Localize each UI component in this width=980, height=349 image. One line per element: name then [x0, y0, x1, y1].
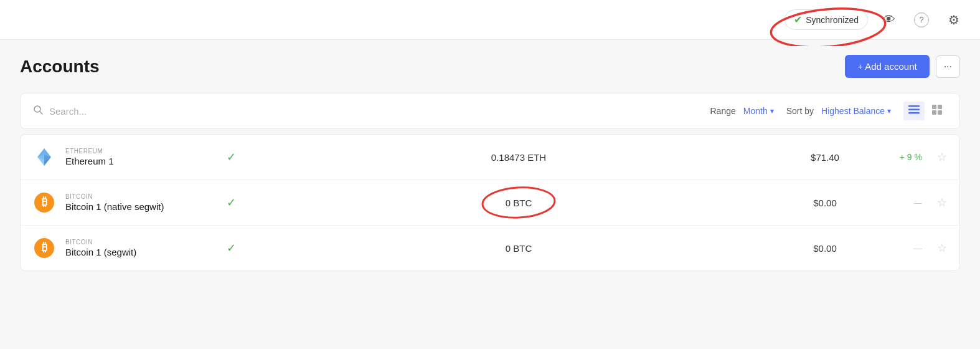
svg-text:₿: ₿ [42, 196, 47, 208]
balance-fiat: $0.00 [788, 243, 862, 254]
page-container: Accounts + Add account ··· Range Month ▾ [0, 40, 980, 286]
balance-crypto: 0 BTC [260, 198, 778, 208]
svg-rect-5 [908, 112, 920, 114]
sort-filter[interactable]: Sort by Highest Balance ▾ [786, 106, 891, 116]
search-icon [33, 105, 43, 117]
settings-button[interactable]: ⚙ [943, 9, 965, 31]
sync-check: ✓ [212, 241, 250, 255]
sync-icon: ✔ [794, 14, 802, 26]
grid-view-icon [932, 106, 942, 117]
svg-rect-8 [932, 110, 936, 115]
balance-crypto: 0.18473 ETH [260, 152, 778, 163]
balance-crypto: 0 BTC [260, 243, 778, 254]
add-account-button[interactable]: + Add account [845, 55, 930, 78]
account-info: ETHEREUM Ethereum 1 [65, 148, 202, 166]
account-type: BITCOIN [65, 193, 202, 200]
sort-value: Highest Balance [821, 106, 885, 116]
toolbar-right: Range Month ▾ Sort by Highest Balance ▾ [710, 101, 948, 121]
svg-line-2 [40, 112, 42, 114]
sort-label: Sort by [786, 106, 814, 116]
sync-check: ✓ [212, 150, 250, 164]
table-row[interactable]: ETHEREUM Ethereum 1 ✓ 0.18473 ETH $71.40… [21, 135, 959, 180]
range-filter[interactable]: Range Month ▾ [710, 106, 774, 116]
account-type: BITCOIN [65, 239, 202, 246]
list-view-icon [908, 105, 920, 116]
settings-icon: ⚙ [948, 12, 959, 27]
account-change: — [872, 198, 922, 208]
accounts-list: ETHEREUM Ethereum 1 ✓ 0.18473 ETH $71.40… [20, 134, 960, 271]
account-icon-eth [33, 146, 55, 168]
account-icon-btc: ₿ [33, 237, 55, 259]
account-change: — [872, 243, 922, 253]
svg-rect-9 [938, 110, 942, 115]
table-row[interactable]: ₿ BITCOIN Bitcoin 1 (segwit) ✓ 0 BTC $0.… [21, 226, 959, 270]
account-icon-btc: ₿ [33, 191, 55, 214]
svg-rect-4 [908, 109, 920, 111]
account-name: Bitcoin 1 (segwit) [65, 247, 202, 257]
svg-text:₿: ₿ [42, 241, 47, 254]
balance-fiat: $0.00 [788, 198, 862, 208]
sync-check: ✓ [212, 196, 250, 209]
help-button[interactable]: ? [910, 9, 933, 31]
account-type: ETHEREUM [65, 148, 202, 155]
account-name: Ethereum 1 [65, 156, 202, 166]
account-info: BITCOIN Bitcoin 1 (segwit) [65, 239, 202, 257]
range-chevron: ▾ [770, 107, 774, 115]
svg-rect-3 [908, 105, 920, 107]
page-header: Accounts + Add account ··· [20, 55, 960, 78]
balance-fiat: $71.40 [788, 152, 862, 163]
grid-view-button[interactable] [927, 101, 947, 121]
table-row[interactable]: ₿ BITCOIN Bitcoin 1 (native segwit) ✓ 0 … [21, 180, 959, 226]
search-area [33, 105, 710, 117]
list-view-button[interactable] [903, 102, 925, 120]
sync-label: Synchronized [806, 15, 859, 25]
star-button[interactable]: ☆ [937, 196, 947, 209]
sort-chevron: ▾ [887, 107, 891, 115]
sync-badge[interactable]: ✔ Synchronized [784, 9, 868, 30]
header-actions: + Add account ··· [845, 55, 960, 78]
search-input[interactable] [49, 106, 236, 117]
top-bar: ✔ Synchronized 👁 ? ⚙ [0, 0, 980, 40]
toolbar: Range Month ▾ Sort by Highest Balance ▾ [20, 93, 960, 129]
eye-icon: 👁 [883, 12, 895, 27]
range-label: Range [710, 106, 736, 116]
svg-rect-6 [932, 105, 936, 109]
page-title: Accounts [20, 57, 100, 77]
svg-rect-7 [938, 105, 942, 109]
more-options-button[interactable]: ··· [936, 55, 960, 78]
star-button[interactable]: ☆ [937, 150, 947, 164]
star-button[interactable]: ☆ [937, 241, 947, 255]
view-toggles [903, 101, 947, 121]
account-name: Bitcoin 1 (native segwit) [65, 201, 202, 212]
account-info: BITCOIN Bitcoin 1 (native segwit) [65, 193, 202, 212]
range-value: Month [743, 106, 768, 116]
account-change: + 9 % [872, 152, 922, 162]
eye-button[interactable]: 👁 [878, 9, 900, 31]
help-icon: ? [914, 12, 929, 27]
